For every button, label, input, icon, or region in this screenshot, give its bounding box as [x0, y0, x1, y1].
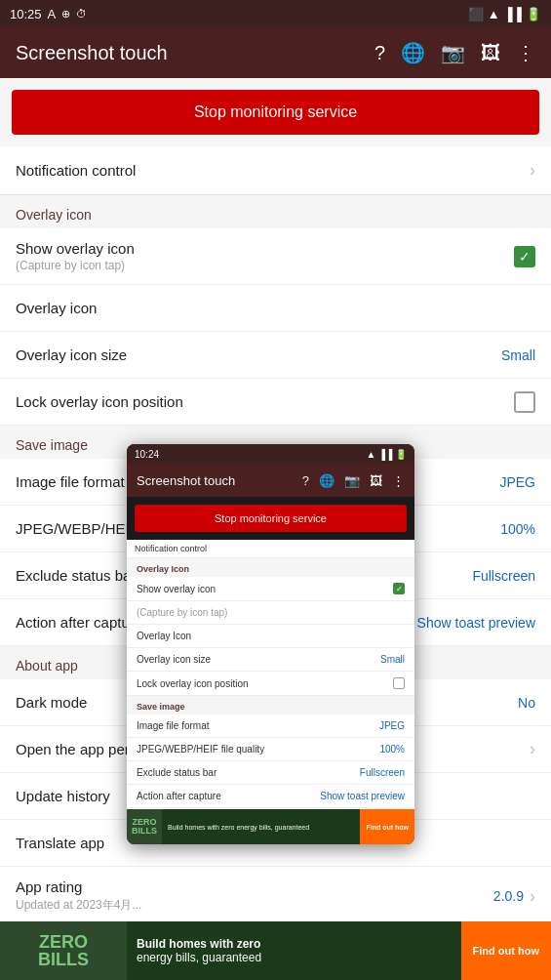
wifi-icon: ▲	[488, 7, 500, 21]
ad-cta-button[interactable]: Find out how	[461, 921, 551, 980]
preview-exclude-row: Exclude status bar Fullscreen	[127, 761, 414, 785]
image-icon[interactable]: 🖼	[481, 42, 500, 64]
time-display: 10:25	[10, 7, 42, 21]
preview-format-row: Image file format JPEG	[127, 715, 414, 738]
preview-action-row: Action after capture Show toast preview	[127, 785, 414, 808]
show-overlay-icon-checkbox[interactable]: ✓	[514, 246, 535, 267]
show-overlay-icon-left: Show overlay icon (Capture by icon tap)	[16, 240, 135, 272]
status-bar-left: 10:25 A ⊕ ⏱	[10, 7, 87, 21]
overlay-icon-label: Overlay icon	[16, 300, 97, 316]
timer-icon: ⏱	[76, 8, 87, 20]
update-history-label: Update history	[16, 788, 110, 804]
translate-app-label: Translate app	[16, 835, 104, 851]
stop-monitoring-button[interactable]: Stop monitoring service	[12, 90, 539, 135]
preview-lock-label: Lock overlay icon position	[137, 678, 249, 689]
overlay-icon-size-row[interactable]: Overlay icon size Small	[0, 332, 551, 379]
preview-quality-value: 100%	[379, 744, 405, 755]
ad-text-line1: Build homes with zero	[137, 937, 452, 951]
cast-icon: ⬛	[468, 7, 484, 21]
app-title: Screenshot touch	[16, 42, 359, 64]
overlay-icon-size-label: Overlay icon size	[16, 347, 127, 363]
lock-overlay-checkbox[interactable]	[514, 391, 535, 413]
help-icon[interactable]: ?	[374, 42, 385, 64]
preview-show-overlay-checkbox: ✓	[393, 583, 405, 594]
status-bar-right: ⬛ ▲ ▐▐ 🔋	[468, 7, 541, 21]
preview-image-icon: 🖼	[370, 473, 382, 488]
app-rating-row[interactable]: App rating Updated at 2023年4月... 2.0.9 ›	[0, 867, 551, 921]
preview-show-overlay-row: Show overlay icon ✓	[127, 577, 414, 601]
preview-action-value: Show toast preview	[320, 791, 405, 801]
preview-video-icon: 📷	[344, 473, 360, 488]
app-rating-value: 2.0.9	[493, 888, 524, 904]
preview-ad-bills: BILLS	[132, 827, 157, 836]
preview-overlay-header: Overlay Icon	[127, 558, 414, 577]
globe-icon[interactable]: 🌐	[401, 41, 425, 64]
preview-status-icons: ▲ ▐▐ 🔋	[366, 449, 407, 460]
permissions-chevron-icon: ›	[530, 739, 535, 759]
ad-bills-text: BILLS	[38, 951, 89, 968]
app-rating-sublabel: Updated at 2023年4月...	[16, 897, 141, 914]
title-bar-icons: ? 🌐 📷 🖼 ⋮	[374, 41, 535, 64]
preview-more-icon: ⋮	[392, 473, 405, 488]
preview-exclude-value: Fullscreen	[360, 767, 405, 778]
battery-icon: 🔋	[526, 7, 541, 21]
preview-capture-sublabel-row: (Capture by icon tap)	[127, 601, 414, 625]
video-icon[interactable]: 📷	[441, 41, 465, 64]
dark-mode-value: No	[518, 695, 535, 711]
preview-overlay-icon-row: Overlay Icon	[127, 625, 414, 648]
preview-save-header: Save image	[127, 696, 414, 715]
exclude-status-bar-label: Exclude status bar	[16, 567, 136, 584]
show-overlay-icon-sublabel: (Capture by icon tap)	[16, 259, 135, 272]
preview-help-icon: ?	[302, 473, 309, 488]
more-icon[interactable]: ⋮	[516, 41, 535, 64]
exclude-status-bar-value: Fullscreen	[472, 568, 535, 584]
ad-banner[interactable]: ZERO BILLS Build homes with zero energy …	[0, 921, 551, 980]
dark-mode-label: Dark mode	[16, 694, 87, 711]
ad-logo: ZERO BILLS	[0, 921, 127, 980]
notification-control-row[interactable]: Notification control ›	[0, 146, 551, 195]
overlay-icon-row[interactable]: Overlay icon	[0, 285, 551, 332]
preview-format-value: JPEG	[379, 720, 405, 731]
preview-overlay-size-label: Overlay icon size	[137, 654, 211, 665]
preview-title-icons: ? 🌐 📷 🖼 ⋮	[302, 473, 405, 488]
preview-quality-label: JPEG/WEBP/HEIF file quality	[137, 744, 264, 755]
preview-lock-row: Lock overlay icon position	[127, 672, 414, 696]
preview-quality-row: JPEG/WEBP/HEIF file quality 100%	[127, 738, 414, 761]
app-rating-chevron-icon: ›	[530, 886, 535, 907]
overlay-icon-size-value: Small	[501, 347, 535, 363]
a-icon: A	[48, 7, 57, 21]
preview-ad-banner: ZERO BILLS Build homes with zero energy …	[127, 809, 414, 844]
preview-format-label: Image file format	[137, 720, 209, 731]
show-overlay-icon-label: Show overlay icon	[16, 240, 135, 257]
preview-status-bar: 10:24 ▲ ▐▐ 🔋	[127, 444, 414, 464]
preview-overlay-size-value: Small	[380, 654, 405, 665]
lock-overlay-position-row[interactable]: Lock overlay icon position	[0, 379, 551, 426]
ad-text-line2: energy bills, guaranteed	[137, 951, 452, 964]
app-rating-label: App rating	[16, 878, 141, 895]
preview-capture-sublabel: (Capture by icon tap)	[137, 607, 227, 618]
preview-show-overlay-label: Show overlay icon	[137, 584, 216, 594]
notification-chevron-icon: ›	[530, 160, 535, 181]
app-rating-left: App rating Updated at 2023年4月...	[16, 878, 141, 914]
ad-middle: Build homes with zero energy bills, guar…	[127, 931, 461, 970]
preview-title-bar: Screenshot touch ? 🌐 📷 🖼 ⋮	[127, 464, 414, 497]
action-after-capture-label: Action after capture	[16, 614, 142, 631]
preview-ad-text: Build homes with zero energy bills, guar…	[162, 822, 360, 833]
preview-ad-cta: Find out how	[360, 809, 414, 844]
app-rating-right: 2.0.9 ›	[493, 886, 535, 907]
preview-exclude-label: Exclude status bar	[137, 767, 216, 778]
lock-overlay-label: Lock overlay icon position	[16, 393, 183, 410]
preview-globe-icon: 🌐	[319, 473, 335, 488]
preview-app-title: Screenshot touch	[137, 473, 293, 488]
preview-notification-control: Notification control	[127, 540, 414, 558]
ad-zero-text: ZERO	[39, 933, 88, 951]
show-overlay-icon-row[interactable]: Show overlay icon (Capture by icon tap) …	[0, 228, 551, 285]
image-file-format-value: JPEG	[499, 474, 535, 490]
preview-lock-checkbox	[393, 677, 405, 689]
preview-overlay-icon-label: Overlay Icon	[137, 631, 191, 641]
title-bar: Screenshot touch ? 🌐 📷 🖼 ⋮	[0, 27, 551, 78]
status-bar: 10:25 A ⊕ ⏱ ⬛ ▲ ▐▐ 🔋	[0, 0, 551, 27]
preview-ad-logo: ZERO BILLS	[127, 809, 162, 844]
preview-action-label: Action after capture	[137, 791, 221, 801]
preview-time: 10:24	[135, 449, 159, 460]
